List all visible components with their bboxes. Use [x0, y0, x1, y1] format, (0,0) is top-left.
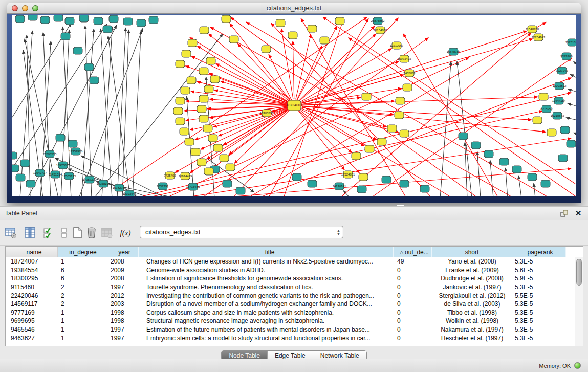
graph-edge[interactable]: [300, 31, 527, 103]
float-window-icon[interactable]: [559, 209, 569, 218]
graph-edge[interactable]: [201, 108, 289, 149]
graph-node[interactable]: 12444154: [552, 97, 566, 104]
graph-node[interactable]: [396, 97, 405, 104]
graph-node[interactable]: 9329966: [560, 53, 573, 60]
graph-node[interactable]: [471, 142, 481, 149]
graph-node[interactable]: [387, 125, 397, 132]
graph-node[interactable]: [533, 117, 542, 124]
graph-edge[interactable]: [12, 24, 107, 168]
graph-node[interactable]: [176, 97, 185, 104]
graph-node[interactable]: [90, 77, 99, 84]
graph-node[interactable]: [188, 39, 197, 47]
graph-edge[interactable]: [568, 89, 576, 92]
graph-node[interactable]: [352, 152, 361, 160]
graph-edge[interactable]: [85, 26, 92, 196]
graph-node[interactable]: [199, 95, 208, 102]
graph-node[interactable]: [137, 19, 146, 27]
column-header-short[interactable]: short: [432, 247, 512, 257]
table-row[interactable]: 1456911722003Disruption of a novel membe…: [6, 300, 583, 309]
graph-node[interactable]: 12254943: [532, 34, 546, 41]
graph-node[interactable]: 11548708: [526, 26, 539, 33]
graph-node[interactable]: [182, 50, 191, 57]
graph-node[interactable]: [79, 15, 89, 22]
graph-node[interactable]: [65, 17, 74, 25]
graph-node[interactable]: [400, 180, 409, 187]
graph-node[interactable]: [15, 15, 25, 23]
graph-node[interactable]: [320, 37, 329, 44]
graph-node[interactable]: [226, 164, 235, 171]
splitter-handle[interactable]: [397, 204, 404, 206]
graph-node[interactable]: [541, 180, 550, 187]
graph-node[interactable]: [210, 76, 220, 83]
graph-edge[interactable]: [573, 133, 576, 134]
table-row[interactable]: 1938455462009Genome-wide association stu…: [6, 266, 583, 275]
graph-node[interactable]: [357, 186, 366, 193]
graph-node[interactable]: [262, 46, 271, 53]
graph-node[interactable]: 16154808: [374, 27, 387, 34]
graph-node[interactable]: [560, 126, 570, 134]
table-row[interactable]: 1872400712008Changes of HCN gene express…: [6, 257, 583, 266]
graph-node[interactable]: [197, 159, 206, 166]
graph-edge[interactable]: [258, 78, 572, 196]
graph-node[interactable]: [362, 93, 371, 100]
graph-edge[interactable]: [298, 110, 344, 170]
graph-node[interactable]: [54, 15, 63, 21]
graph-node[interactable]: [203, 125, 212, 132]
graph-node[interactable]: [403, 84, 412, 91]
graph-node[interactable]: [191, 148, 200, 156]
graph-edge[interactable]: [62, 27, 71, 196]
graph-edge[interactable]: [343, 191, 350, 196]
graph-node[interactable]: [200, 27, 209, 34]
graph-node[interactable]: [365, 145, 374, 152]
graph-node[interactable]: [56, 134, 65, 141]
graph-node[interactable]: [94, 17, 103, 25]
table-selector[interactable]: citations_edges.txt ▲▼: [140, 226, 343, 238]
graph-edge[interactable]: [490, 160, 493, 196]
graph-node[interactable]: [382, 176, 391, 183]
graph-node[interactable]: [180, 128, 189, 135]
graph-edge[interactable]: [281, 29, 293, 99]
graph-node[interactable]: [400, 130, 409, 137]
graph-node[interactable]: [40, 16, 50, 24]
graph-edge[interactable]: [299, 34, 376, 101]
graph-edge[interactable]: [122, 30, 129, 196]
graph-edge[interactable]: [298, 110, 359, 173]
graph-node[interactable]: [222, 15, 231, 23]
graph-node[interactable]: [61, 33, 70, 40]
graph-node[interactable]: [28, 15, 37, 20]
graph-node[interactable]: 11451514: [49, 171, 62, 178]
graph-node[interactable]: [149, 16, 158, 24]
graph-node[interactable]: 9857791: [157, 183, 169, 190]
graph-node[interactable]: [539, 93, 548, 100]
graph-node[interactable]: [308, 25, 317, 32]
graph-edge[interactable]: [371, 58, 572, 196]
graph-node[interactable]: 17359926: [69, 148, 83, 155]
graph-node[interactable]: [288, 32, 297, 39]
table-row[interactable]: 946554611997Estimation of the future num…: [6, 325, 583, 334]
graph-node[interactable]: [199, 115, 208, 122]
graph-node[interactable]: 15751074: [565, 39, 576, 46]
graph-node[interactable]: 14136141: [333, 183, 346, 190]
graph-node[interactable]: [276, 19, 285, 27]
graph-node[interactable]: 7485063: [403, 70, 416, 77]
graph-node[interactable]: [292, 173, 301, 181]
graph-edge[interactable]: [190, 37, 452, 196]
network-canvas[interactable]: 2020653517359926109758871294273711451514…: [12, 15, 576, 196]
graph-node[interactable]: [199, 68, 208, 75]
graph-node[interactable]: [512, 166, 521, 173]
graph-edge[interactable]: [300, 106, 546, 132]
graph-node[interactable]: [547, 129, 556, 136]
graph-edge[interactable]: [506, 168, 508, 196]
graph-edge[interactable]: [566, 118, 576, 120]
graph-node[interactable]: [484, 150, 493, 158]
table-row[interactable]: 977716911998Corpus callosum shape and si…: [6, 309, 583, 317]
graph-node[interactable]: [204, 168, 213, 175]
graph-node[interactable]: 17524851: [341, 171, 355, 178]
graph-node[interactable]: [236, 187, 245, 194]
graph-node[interactable]: [204, 85, 213, 93]
graph-node[interactable]: [12, 152, 17, 159]
graph-edge[interactable]: [145, 111, 542, 196]
scrollbar-thumb[interactable]: [576, 259, 582, 286]
graph-node[interactable]: 10973493: [398, 55, 411, 62]
graph-node[interactable]: [420, 185, 429, 192]
